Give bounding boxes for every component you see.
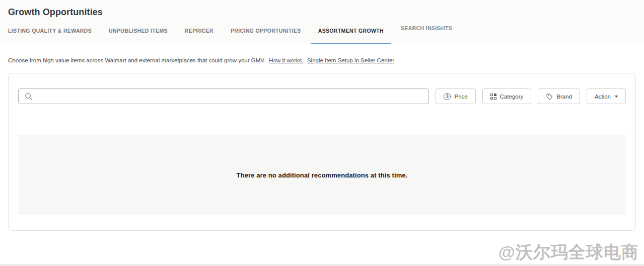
empty-state-message: There are no additional recommendations … bbox=[237, 171, 408, 179]
category-filter-label: Category bbox=[500, 94, 524, 100]
watermark-text: @沃尔玛全球电商 bbox=[498, 241, 639, 264]
tab-assortment-growth[interactable]: ASSORTMENT GROWTH bbox=[318, 28, 384, 44]
filter-toolbar: $ Price Category Brand Action bbox=[18, 88, 626, 104]
price-filter-label: Price bbox=[454, 94, 467, 100]
tab-search-insights[interactable]: SEARCH INSIGHTS bbox=[401, 25, 452, 41]
tab-unpublished-items[interactable]: UNPUBLISHED ITEMS bbox=[109, 28, 168, 44]
category-filter-button[interactable]: Category bbox=[482, 88, 532, 104]
tab-bar: LISTING QUALITY & REWARDS UNPUBLISHED IT… bbox=[8, 28, 636, 44]
how-it-works-link[interactable]: How it works. bbox=[269, 57, 303, 63]
search-box[interactable] bbox=[18, 88, 429, 104]
brand-filter-label: Brand bbox=[556, 94, 572, 100]
description-text: Choose from high value items across Walm… bbox=[8, 57, 265, 63]
caret-down-icon bbox=[615, 96, 618, 98]
bottom-edge-strip bbox=[0, 264, 644, 266]
page-description: Choose from high value items across Walm… bbox=[8, 57, 636, 63]
action-dropdown-label: Action bbox=[595, 94, 611, 100]
search-input[interactable] bbox=[37, 93, 422, 100]
empty-state-panel: There are no additional recommendations … bbox=[18, 135, 626, 215]
dollar-circle-icon: $ bbox=[444, 93, 451, 100]
tab-listing-quality-rewards[interactable]: LISTING QUALITY & REWARDS bbox=[8, 28, 92, 44]
tag-icon bbox=[546, 93, 553, 100]
action-dropdown-button[interactable]: Action bbox=[587, 88, 626, 104]
brand-filter-button[interactable]: Brand bbox=[538, 88, 580, 104]
recommendations-card: $ Price Category Brand Action There are … bbox=[8, 73, 636, 231]
search-icon bbox=[25, 93, 32, 100]
tab-pricing-opportunities[interactable]: PRICING OPPORTUNITIES bbox=[231, 28, 301, 44]
single-item-setup-link[interactable]: Single Item Setup in Seller Center bbox=[307, 57, 394, 63]
grid-icon bbox=[490, 94, 496, 100]
page-header: Growth Opportunities LISTING QUALITY & R… bbox=[0, 0, 644, 44]
page-title: Growth Opportunities bbox=[8, 7, 636, 18]
price-filter-button[interactable]: $ Price bbox=[436, 88, 475, 104]
tab-repricer[interactable]: REPRICER bbox=[185, 28, 213, 44]
